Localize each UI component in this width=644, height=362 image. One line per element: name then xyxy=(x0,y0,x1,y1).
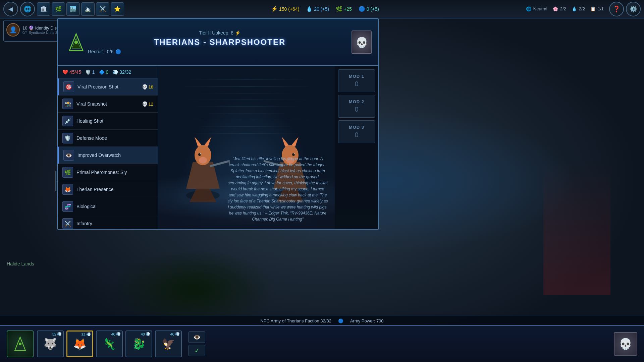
ability-icon: ⚔️ xyxy=(62,218,73,229)
settings-button[interactable]: ⚙️ xyxy=(626,2,641,16)
resource-energy: ⚡ 150 (+64) xyxy=(271,6,299,12)
special-icon: 🔵 xyxy=(359,6,365,12)
bottom-unit-slot[interactable]: 40 💨 🦅 xyxy=(155,330,182,357)
ability-item[interactable]: 🎯Viral Precision Shot💀18 xyxy=(58,78,158,96)
resources-bar: ⚡ 150 (+64) 💧 20 (+5) 🌿 +25 🔵 0 (+5) xyxy=(271,6,379,12)
end-turn-skull[interactable]: 💀 xyxy=(614,332,637,356)
bottom-unit-slot[interactable]: 40 💨 🐉 xyxy=(125,330,152,357)
abilities-list: 🎯Viral Precision Shot💀18📸Viral Snapshot💀… xyxy=(58,78,158,229)
ability-name: Primal Pheromones: Sly xyxy=(76,170,153,175)
unit-stats-bar: ❤️ 45/45 🛡️ 1 🔷 0 💨 32/32 xyxy=(58,66,158,78)
hp-icon: ❤️ xyxy=(62,69,68,75)
ability-name: Biological xyxy=(76,204,153,209)
faction-icon xyxy=(64,29,88,56)
bio-icon: 🌿 xyxy=(336,6,342,12)
mod-3-label: MOD 3 xyxy=(342,125,371,130)
svg-point-18 xyxy=(19,343,21,345)
ability-item[interactable]: 🌿Primal Pheromones: Sly xyxy=(58,164,158,181)
ability-item[interactable]: 🦊Therian Presence xyxy=(58,181,158,198)
ability-item[interactable]: 🛡️Defense Mode xyxy=(58,130,158,147)
stat-energy: 🔷 0 xyxy=(99,69,109,75)
help-button[interactable]: ❓ xyxy=(609,2,624,16)
unit-header-info: Tier II Upkeep: 8 ⚡ THERIANS - SHARPSHOO… xyxy=(88,30,352,54)
mod-slot-1[interactable]: MOD 1 0 xyxy=(338,69,375,92)
nav-btn-6[interactable]: ⭐ xyxy=(111,2,124,16)
unit-visual-area: "Jett lifted his rifle, leveling his sco… xyxy=(158,66,335,229)
map-location-label: Halide Lands xyxy=(7,261,34,266)
confirm-button[interactable]: ✓ xyxy=(189,345,205,356)
slot-cost: 32 💨 xyxy=(52,332,62,336)
ability-icon: 🧬 xyxy=(62,201,73,212)
slot-unit-icon: 🦊 xyxy=(73,338,87,350)
unit-card-body: ❤️ 45/45 🛡️ 1 🔷 0 💨 32/32 🎯Viral Precisi… xyxy=(58,66,378,229)
status-stat3: 📋 1/1 xyxy=(590,6,604,11)
resource-bio: 🌿 +25 xyxy=(336,6,352,12)
mod-3-value: 0 xyxy=(342,131,371,139)
unit-card: Tier II Upkeep: 8 ⚡ THERIANS - SHARPSHOO… xyxy=(57,18,379,230)
ability-cost: 💀18 xyxy=(142,84,153,89)
ability-item[interactable]: 👁️Improved Overwatch xyxy=(58,147,158,164)
shield-value: 1 xyxy=(92,69,95,75)
energy-value: 150 (+64) xyxy=(279,6,299,12)
view-toggle-button[interactable]: 👁️ xyxy=(189,331,205,343)
bottom-unit-slot[interactable]: 32 💨 🐺 xyxy=(37,330,64,357)
globe-button[interactable]: 🌐 xyxy=(20,2,35,16)
mod-2-label: MOD 2 xyxy=(342,99,371,104)
nav-btn-2[interactable]: 🌿 xyxy=(52,2,65,16)
nav-btn-3[interactable]: 🏙️ xyxy=(66,2,80,16)
stat3-icon: 📋 xyxy=(590,6,596,11)
unit-slots-container: 32 💨 🐺 32 💨 🦊 40 💨 🦎 40 💨 🐉 xyxy=(37,330,182,357)
bottom-actions: 👁️ ✓ xyxy=(189,331,205,356)
svg-point-2 xyxy=(74,41,78,44)
water-value: 20 (+5) xyxy=(314,6,329,12)
mod-1-value: 0 xyxy=(342,80,371,88)
ability-icon: 🌿 xyxy=(62,167,73,178)
stat3-value: 1/1 xyxy=(598,6,604,11)
unit-card-header: Tier II Upkeep: 8 ⚡ THERIANS - SHARPSHOO… xyxy=(58,19,378,66)
status-stat2: 💧 2/2 xyxy=(572,6,585,11)
ability-item[interactable]: 💉Healing Shot xyxy=(58,113,158,130)
svg-point-15 xyxy=(294,154,295,155)
slot-unit-icon: 🐺 xyxy=(44,338,57,350)
ability-name: Infantry xyxy=(76,221,153,226)
ability-name: Defense Mode xyxy=(76,135,153,141)
stat-shield: 🛡️ 1 xyxy=(85,69,95,75)
ability-name: Improved Overwatch xyxy=(77,153,153,158)
nav-btn-1[interactable]: 🏛️ xyxy=(37,2,50,16)
bottom-unit-slot[interactable]: 40 💨 🦎 xyxy=(96,330,123,357)
bottom-info-bar: NPC Army of Therians Faction 32/32 🔵 Arm… xyxy=(0,316,644,326)
mod-slot-3[interactable]: MOD 3 0 xyxy=(338,120,375,143)
army-faction-slot[interactable] xyxy=(7,330,34,357)
army-power: Army Power: 700 xyxy=(350,318,384,323)
ability-name: Viral Precision Shot xyxy=(77,84,139,89)
unit-skull-icon: 💀 xyxy=(352,31,372,54)
back-button[interactable]: ◀ xyxy=(3,2,18,16)
slot-unit-icon: 🦎 xyxy=(103,338,116,350)
stat2-value: 2/2 xyxy=(579,6,585,11)
unit-figure-left xyxy=(176,128,230,202)
ability-item[interactable]: ⚔️Infantry xyxy=(58,215,158,229)
bio-value: +25 xyxy=(344,6,352,12)
army-label: NPC Army of Therians Faction 32/32 xyxy=(260,318,331,323)
status-stat1: 🌸 2/2 xyxy=(553,6,566,11)
hp-value: 45/45 xyxy=(69,69,81,75)
stat-move: 💨 32/32 xyxy=(112,69,131,75)
nav-btn-4[interactable]: 🏔️ xyxy=(81,2,95,16)
nav-btn-5[interactable]: ⚔️ xyxy=(96,2,109,16)
ability-item[interactable]: 📸Viral Snapshot💀12 xyxy=(58,96,158,113)
army-icon: 🔵 xyxy=(338,318,343,323)
mod-slot-2[interactable]: MOD 2 0 xyxy=(338,95,375,118)
resource-special: 🔵 0 (+5) xyxy=(359,6,379,12)
identity-icon: 🔮 xyxy=(29,25,35,31)
recruit-icon: 🔵 xyxy=(115,49,121,54)
mod-slots-panel: MOD 1 0 MOD 2 0 MOD 3 0 xyxy=(335,66,378,229)
hud-right: 🌐 Neutral 🌸 2/2 💧 2/2 📋 1/1 ❓ ⚙️ xyxy=(526,2,641,16)
svg-point-5 xyxy=(199,157,207,164)
bottom-unit-slot[interactable]: 32 💨 🦊 xyxy=(66,330,93,357)
shield-icon: 🛡️ xyxy=(85,69,91,75)
slot-unit-icon: 🦅 xyxy=(162,338,175,350)
unit-name-title: THERIANS - SHARPSHOOTER xyxy=(88,38,352,47)
ability-item[interactable]: 🧬Biological xyxy=(58,198,158,215)
ability-name: Viral Snapshot xyxy=(76,101,139,107)
identity-avatar: 👤 xyxy=(6,23,20,37)
